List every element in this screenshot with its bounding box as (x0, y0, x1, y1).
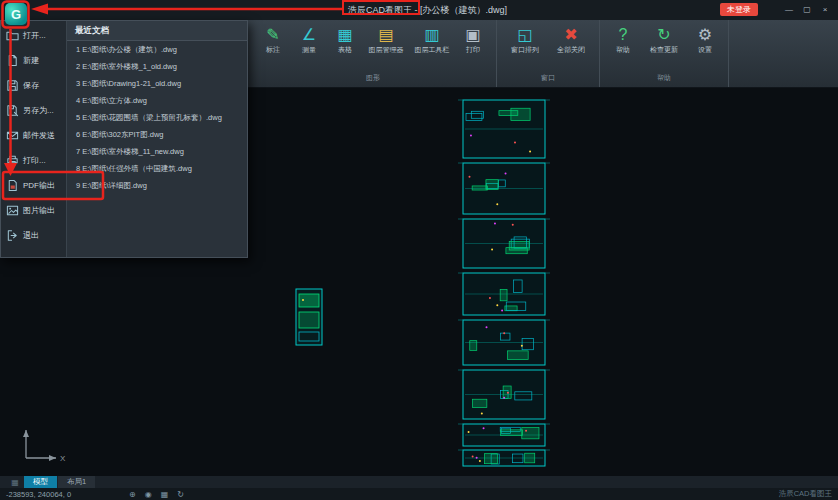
menu-item-save-as[interactable]: 另存为... (1, 98, 66, 123)
menu-item-open-label: 打开... (23, 30, 46, 41)
layer-manager-button[interactable]: ▤ 图层管理器 (363, 23, 409, 70)
menu-item-print-label: 打印... (23, 155, 46, 166)
menu-item-new[interactable]: 新建 (1, 48, 66, 73)
maximize-button[interactable]: ▢ (798, 2, 816, 17)
save-as-icon (6, 104, 19, 117)
recent-file-item[interactable]: 6 E:\图纸\302东PIT图.dwg (67, 126, 247, 143)
check-update-icon: ↻ (657, 25, 670, 45)
recent-file-item[interactable]: 1 E:\图纸\办公楼（建筑）.dwg (67, 41, 247, 58)
layer-toolbar-label: 图层工具栏 (415, 45, 450, 54)
grid-toggle-icon[interactable]: ▦ (161, 490, 169, 499)
menu-item-exit[interactable]: 退出 (1, 223, 66, 248)
save-icon (6, 79, 19, 92)
window-arrange-label: 窗口排列 (511, 45, 539, 54)
exit-icon (6, 229, 19, 242)
cursor-coordinates: -238593, 240064, 0 (6, 490, 71, 499)
menu-item-save-label: 保存 (23, 80, 39, 91)
menu-item-pdf-export[interactable]: PDF输出 (1, 173, 66, 198)
menu-item-email-send[interactable]: 邮件发送 (1, 123, 66, 148)
menu-item-exit-label: 退出 (23, 230, 39, 241)
login-button[interactable]: 未登录 (720, 3, 758, 16)
ribbon-group-label-window: 窗口 (502, 70, 594, 87)
recent-file-item[interactable]: 5 E:\图纸\花园围墙（梁上预留孔标套）.dwg (67, 109, 247, 126)
annotate-label: 标注 (266, 45, 280, 54)
menu-item-open[interactable]: 打开... (1, 23, 66, 48)
recent-file-item[interactable]: 9 E:\图纸\详细图.dwg (67, 177, 247, 194)
layer-manager-icon: ▤ (378, 25, 393, 45)
close-all-button[interactable]: ✖ 全部关闭 (548, 23, 594, 70)
close-all-icon: ✖ (564, 25, 577, 45)
menu-item-email-send-label: 邮件发送 (23, 130, 55, 141)
window-title-app: 浩辰CAD看图王 (348, 5, 412, 15)
settings-label: 设置 (698, 45, 712, 54)
print-label: 打印 (466, 45, 480, 54)
ribbon-group-drawing: ✎ 标注 ∠ 测量 ▦ 表格 ▤ 图层管理器 ▥ 图层工具栏 (250, 20, 497, 87)
menu-item-image-export[interactable]: 图片输出 (1, 198, 66, 223)
zoom-extents-icon[interactable]: ⊕ (129, 490, 136, 499)
layout-grid-icon: ▦ (6, 476, 24, 488)
regen-icon[interactable]: ↻ (177, 490, 184, 499)
printer-icon: ▣ (465, 25, 480, 45)
recent-file-item[interactable]: 8 E:\图纸\任强外墙（中国建筑.dwg (67, 160, 247, 177)
realtime-zoom-icon[interactable]: ◉ (145, 490, 152, 499)
close-all-label: 全部关闭 (557, 45, 585, 54)
app-window: X 浩辰CAD看图王 - [办公楼（建筑）.dwg] 未登录 — ▢ × G ✎… (0, 0, 838, 500)
application-menu: 打开... 新建 保存 另存为... 邮件发送 打印... (0, 20, 248, 258)
ribbon-group-label-help: 帮助 (605, 70, 723, 87)
measure-button[interactable]: ∠ 测量 (291, 23, 327, 70)
help-button[interactable]: ? 帮助 (605, 23, 641, 70)
window-arrange-button[interactable]: ◱ 窗口排列 (502, 23, 548, 70)
check-update-button[interactable]: ↻ 检查更新 (641, 23, 687, 70)
app-logo[interactable]: G (5, 3, 27, 25)
window-controls: — ▢ × (780, 2, 834, 17)
status-quick-tools: ⊕ ◉ ▦ ↻ (129, 490, 184, 499)
new-file-icon (6, 54, 19, 67)
menu-item-print[interactable]: 打印... (1, 148, 66, 173)
recent-file-item[interactable]: 2 E:\图纸\室外楼梯_1_old.dwg (67, 58, 247, 75)
window-title-file: - [办公楼（建筑）.dwg] (412, 5, 507, 15)
layer-toolbar-button[interactable]: ▥ 图层工具栏 (409, 23, 455, 70)
layer-toolbar-icon: ▥ (424, 25, 439, 45)
gear-icon: ⚙ (698, 25, 712, 45)
annotate-icon: ✎ (266, 25, 279, 45)
recent-file-item[interactable]: 3 E:\图纸\Drawing1-21_old.dwg (67, 75, 247, 92)
table-icon: ▦ (337, 25, 352, 45)
pdf-export-icon (6, 179, 19, 192)
annotate-button[interactable]: ✎ 标注 (255, 23, 291, 70)
check-update-label: 检查更新 (650, 45, 678, 54)
window-arrange-icon: ◱ (517, 25, 532, 45)
settings-button[interactable]: ⚙ 设置 (687, 23, 723, 70)
minimize-button[interactable]: — (780, 2, 798, 17)
layer-manager-label: 图层管理器 (369, 45, 404, 54)
status-bar: -238593, 240064, 0 ⊕ ◉ ▦ ↻ 浩辰CAD看图王 (0, 488, 838, 500)
email-icon (6, 129, 19, 142)
title-bar: 浩辰CAD看图王 - [办公楼（建筑）.dwg] 未登录 — ▢ × (0, 0, 838, 20)
ribbon-group-help: ? 帮助 ↻ 检查更新 ⚙ 设置 帮助 (600, 20, 729, 87)
close-button[interactable]: × (816, 2, 834, 17)
tab-model[interactable]: 模型 (24, 476, 57, 488)
folder-open-icon (6, 29, 19, 42)
recent-file-item[interactable]: 7 E:\图纸\室外楼梯_11_new.dwg (67, 143, 247, 160)
application-menu-commands: 打开... 新建 保存 另存为... 邮件发送 打印... (1, 21, 67, 257)
recent-file-item[interactable]: 4 E:\图纸\立方体.dwg (67, 92, 247, 109)
image-export-icon (6, 204, 19, 217)
ribbon-group-label-drawing: 图形 (255, 70, 491, 87)
menu-item-save[interactable]: 保存 (1, 73, 66, 98)
recent-documents-header: 最近文档 (67, 21, 247, 41)
menu-item-new-label: 新建 (23, 55, 39, 66)
print-button[interactable]: ▣ 打印 (455, 23, 491, 70)
recent-documents-panel: 最近文档 1 E:\图纸\办公楼（建筑）.dwg 2 E:\图纸\室外楼梯_1_… (67, 21, 247, 257)
table-button[interactable]: ▦ 表格 (327, 23, 363, 70)
menu-item-pdf-export-label: PDF输出 (23, 180, 55, 191)
statusbar-brand: 浩辰CAD看图王 (779, 489, 832, 499)
svg-text:X: X (60, 454, 66, 463)
tab-layout1[interactable]: 布局1 (58, 476, 95, 488)
help-label: 帮助 (616, 45, 630, 54)
menu-item-save-as-label: 另存为... (23, 105, 54, 116)
print-icon (6, 154, 19, 167)
ribbon-group-window: ◱ 窗口排列 ✖ 全部关闭 窗口 (497, 20, 600, 87)
measure-label: 测量 (302, 45, 316, 54)
layout-tab-bar: ▦ 模型 布局1 (0, 476, 838, 488)
table-label: 表格 (338, 45, 352, 54)
help-icon: ? (619, 25, 628, 45)
